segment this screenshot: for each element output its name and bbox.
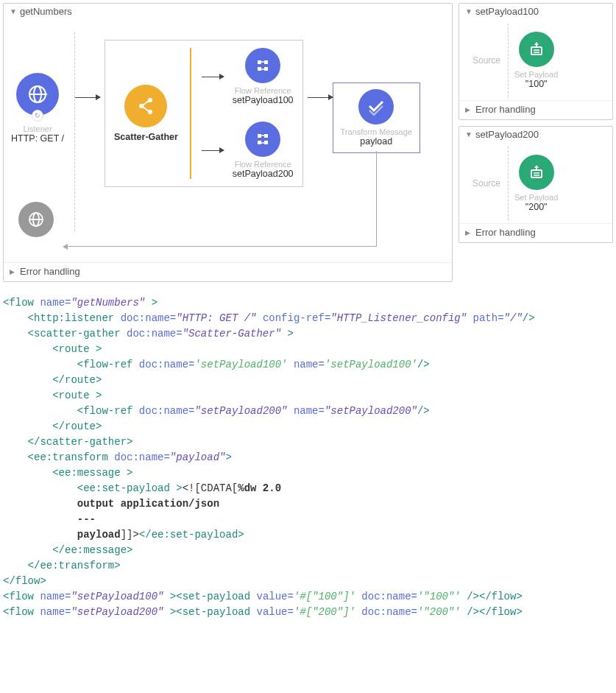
arrow-icon: [75, 97, 100, 98]
svg-rect-15: [258, 134, 261, 138]
flow-title: getNumbers: [20, 6, 72, 17]
set-payload-icon: [527, 163, 546, 182]
transform-message-node[interactable]: Transform Message payload: [333, 82, 420, 153]
svg-line-7: [143, 101, 149, 105]
svg-rect-9: [258, 60, 261, 64]
svg-rect-18: [264, 141, 268, 144]
xml-code-block: <flow name="getNumbers" > <http:listener…: [3, 295, 613, 620]
error-handling-section[interactable]: Error handling: [4, 262, 452, 281]
flow-title: setPayload200: [475, 129, 539, 140]
caret-down-icon: ▼: [10, 7, 17, 15]
flow-setpayload100: ▼ setPayload100 Source Set Payload: [459, 3, 613, 120]
svg-marker-27: [534, 42, 539, 47]
disabled-listener-node: [18, 202, 54, 237]
flow-ref-icon: [253, 56, 272, 75]
svg-rect-16: [264, 134, 268, 138]
flow-getnumbers: ▼ getNumbers ↻ Listener: [3, 3, 453, 282]
arrow-icon: [202, 77, 224, 77]
flow-ref-icon: [253, 130, 272, 149]
caret-down-icon: ▼: [465, 7, 472, 15]
arrow-icon: [308, 97, 333, 98]
globe-icon: [26, 210, 46, 229]
svg-rect-17: [258, 141, 261, 144]
scatter-gather-icon: [134, 94, 157, 118]
svg-rect-24: [531, 47, 542, 54]
globe-icon: [26, 82, 49, 106]
set-payload-icon: [527, 40, 546, 59]
caret-down-icon: ▼: [465, 130, 472, 138]
flow-header[interactable]: ▼ getNumbers: [4, 4, 452, 19]
http-listener-node[interactable]: ↻ Listener HTTP: GET /: [11, 73, 64, 144]
flow-header[interactable]: ▼ setPayload100: [459, 4, 612, 19]
svg-rect-12: [264, 67, 268, 71]
set-payload-node[interactable]: Set Payload "100": [514, 32, 558, 89]
error-handling-section[interactable]: Error handling: [459, 100, 612, 119]
flow-title: setPayload100: [475, 6, 539, 17]
svg-line-8: [143, 107, 149, 111]
flow-setpayload200: ▼ setPayload200 Source Set Payload: [459, 126, 613, 243]
svg-marker-31: [534, 165, 539, 170]
set-payload-node[interactable]: Set Payload "200": [514, 155, 558, 212]
error-handling-section[interactable]: Error handling: [459, 223, 612, 242]
source-placeholder: Source: [465, 24, 509, 97]
svg-rect-11: [258, 67, 261, 71]
flow-header[interactable]: ▼ setPayload200: [459, 127, 612, 142]
scatter-gather-node[interactable]: Scatter-Gather: [114, 85, 178, 142]
svg-marker-3: [45, 93, 48, 96]
flow-ref-100-node[interactable]: Flow Reference setPayload100: [233, 48, 294, 105]
svg-rect-28: [531, 170, 542, 177]
source-placeholder: Source: [465, 147, 509, 220]
transform-icon: [367, 97, 386, 116]
svg-rect-10: [264, 60, 268, 64]
